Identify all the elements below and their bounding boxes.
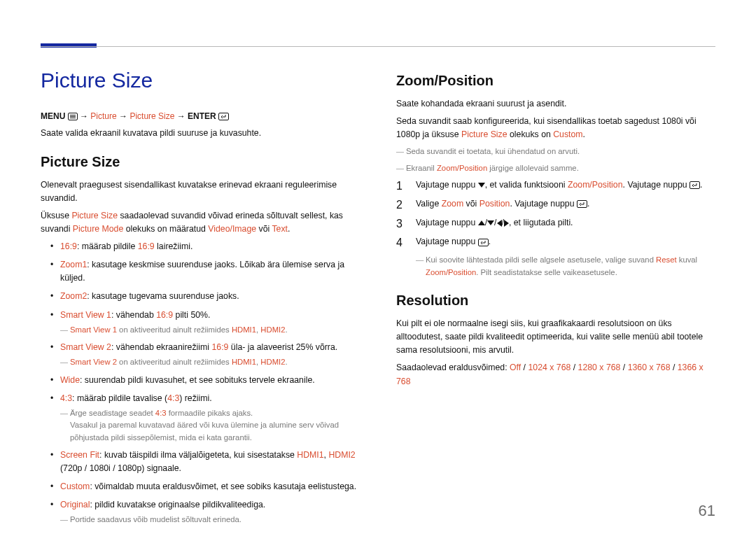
note-ports: Portide saadavus võib mudelist sõltuvalt…	[60, 514, 360, 526]
menu-label: MENU	[41, 111, 65, 121]
note-smartview2: Smart View 2 on aktiveeritud ainult reži…	[60, 356, 360, 369]
subheading-picture-size: Picture Size	[41, 151, 360, 173]
enter-label: ENTER	[188, 111, 216, 121]
list-item: Screen Fit: kuvab täispildi ilma väljalõ…	[50, 449, 360, 475]
step-4: Vajutage nuppu .	[396, 235, 715, 248]
list-item: Zoom1: kasutage keskmise suurenduse jaok…	[50, 258, 360, 285]
list-item: Smart View 2: vähendab ekraanirežiimi 16…	[50, 341, 360, 369]
intro-text: Saate valida ekraanil kuvatava pildi suu…	[41, 127, 360, 140]
menu-path-picturesize: Picture Size	[130, 111, 174, 121]
enter-icon	[478, 239, 489, 246]
right-arrow-icon	[504, 220, 509, 227]
picture-size-options: 16:9: määrab pildile 16:9 lairežiimi. Zo…	[41, 240, 360, 526]
step-1: Vajutage nuppu , et valida funktsiooni Z…	[396, 178, 715, 192]
menu-path-picture: Picture	[90, 111, 116, 121]
page-body: Picture Size MENU → Picture → Picture Si…	[0, 0, 756, 534]
page-title: Picture Size	[41, 64, 360, 97]
list-item: 16:9: määrab pildile 16:9 lairežiimi.	[50, 240, 360, 253]
list-item: Custom: võimaldab muuta eraldusvõimet, e…	[50, 480, 360, 493]
note-computer: Seda suvandit ei toetata, kui ühendatud …	[396, 146, 715, 158]
note-reset: Kui soovite lähtestada pildi selle algse…	[396, 254, 715, 279]
menu-path: MENU → Picture → Picture Size → ENTER	[41, 110, 360, 123]
resolution-intro: Kui pilt ei ole normaalne isegi siis, ku…	[396, 317, 715, 357]
zoom-intro: Saate kohandada ekraani suurust ja asend…	[396, 97, 715, 111]
note-follow-steps: Ekraanil Zoom/Position järgige allolevai…	[396, 162, 715, 175]
list-item: Zoom2: kasutage tugevama suurenduse jaok…	[50, 290, 360, 303]
subheading-resolution: Resolution	[396, 290, 715, 311]
page-number: 61	[699, 499, 715, 523]
para-source-options: Olenevalt praegusest sisendallikast kuva…	[41, 178, 360, 205]
enter-icon	[218, 113, 229, 120]
left-column: Picture Size MENU → Picture → Picture Si…	[41, 64, 360, 506]
down-arrow-icon	[487, 220, 494, 225]
enter-icon	[577, 200, 587, 208]
down-arrow-icon	[478, 183, 485, 188]
header-divider	[41, 46, 715, 47]
up-arrow-icon	[478, 220, 485, 225]
resolution-options: Saadaolevad eraldusvõimed: Off / 1024 x …	[396, 361, 715, 388]
header-accent	[41, 43, 97, 48]
zoom-condition: Seda suvandit saab konfigureerida, kui s…	[396, 115, 715, 141]
steps-list: Vajutage nuppu , et valida funktsiooni Z…	[396, 178, 715, 248]
list-item: Wide: suurendab pildi kuvasuhet, et see …	[50, 374, 360, 387]
note-43-warning: Ärge seadistage seadet 4:3 formaadile pi…	[60, 407, 360, 444]
step-3: Vajutage nuppu ///, et liigutada pilti.	[396, 216, 715, 230]
note-smartview1: Smart View 1 on aktiveeritud ainult reži…	[60, 324, 360, 337]
left-arrow-icon	[497, 220, 502, 227]
subheading-zoom-position: Zoom/Position	[396, 70, 715, 92]
para-mode-dependency: Üksuse Picture Size saadaolevad suvandid…	[41, 209, 360, 236]
list-item: Original: pildid kuvatakse originaalse p…	[50, 498, 360, 526]
menu-icon	[68, 113, 78, 120]
right-column: Zoom/Position Saate kohandada ekraani su…	[396, 64, 715, 506]
step-2: Valige Zoom või Position. Vajutage nuppu…	[396, 197, 715, 211]
list-item: 4:3: määrab pildile tavalise (4:3) režii…	[50, 392, 360, 444]
enter-icon	[690, 181, 700, 189]
list-item: Smart View 1: vähendab 16:9 pilti 50%. S…	[50, 309, 360, 337]
